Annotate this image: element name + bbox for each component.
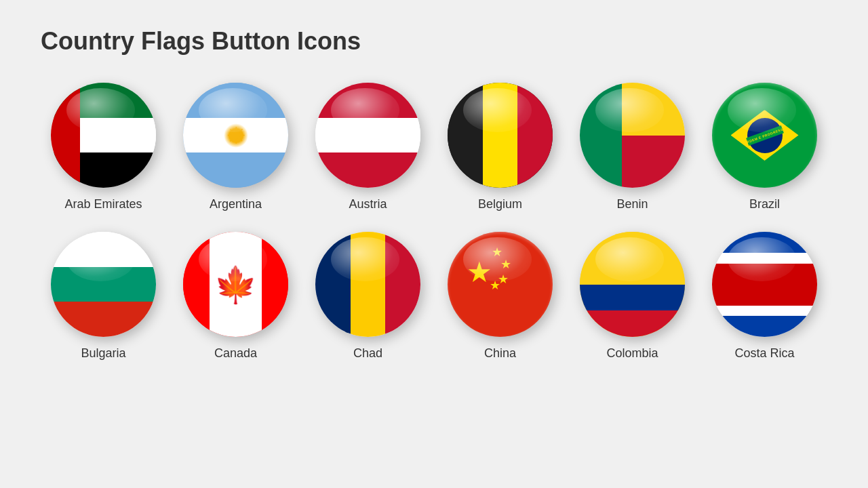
list-item: Bulgaria	[41, 232, 166, 361]
flag-button-costarica[interactable]	[712, 232, 817, 337]
flag-label-uae: Arab Emirates	[64, 197, 142, 211]
list-item: 🍁 Canada	[173, 232, 298, 361]
list-item: Costa Rica	[702, 232, 827, 361]
flag-label-chad: Chad	[353, 346, 382, 361]
page-container: Country Flags Button Icons Arab Emirates…	[0, 0, 868, 388]
flag-button-brazil[interactable]: ORDEM E PROGRESSO	[712, 83, 817, 188]
flag-label-argentina: Argentina	[210, 197, 262, 211]
flag-label-bulgaria: Bulgaria	[81, 346, 125, 361]
flag-button-austria[interactable]	[315, 83, 420, 188]
flag-label-china: China	[484, 346, 516, 361]
list-item: Arab Emirates	[41, 83, 166, 211]
flag-button-chad[interactable]	[315, 232, 420, 337]
list-item: ORDEM E PROGRESSO Brazil	[702, 83, 827, 211]
list-item: ★ ★ ★ ★ ★ China	[437, 232, 563, 361]
flag-label-costarica: Costa Rica	[734, 346, 794, 361]
flag-button-colombia[interactable]	[580, 232, 685, 337]
page-title: Country Flags Button Icons	[41, 27, 827, 56]
flag-button-bulgaria[interactable]	[51, 232, 156, 337]
flag-button-china[interactable]: ★ ★ ★ ★ ★	[448, 232, 553, 337]
list-item: Belgium	[437, 83, 563, 211]
list-item: Austria	[305, 83, 431, 211]
flag-button-belgium[interactable]	[448, 83, 553, 188]
flag-label-brazil: Brazil	[749, 197, 780, 211]
list-item: Argentina	[173, 83, 298, 211]
flag-label-benin: Benin	[616, 197, 648, 211]
list-item: Chad	[305, 232, 431, 361]
list-item: Benin	[570, 83, 695, 211]
flag-button-uae[interactable]	[51, 83, 156, 188]
flag-button-benin[interactable]	[580, 83, 685, 188]
flag-button-canada[interactable]: 🍁	[183, 232, 288, 337]
flags-grid: Arab Emirates Argentina Austria	[41, 83, 827, 361]
flag-label-belgium: Belgium	[478, 197, 522, 211]
flag-label-austria: Austria	[349, 197, 387, 211]
flag-label-colombia: Colombia	[606, 346, 658, 361]
flag-button-argentina[interactable]	[183, 83, 288, 188]
list-item: Colombia	[570, 232, 695, 361]
flag-label-canada: Canada	[214, 346, 257, 361]
